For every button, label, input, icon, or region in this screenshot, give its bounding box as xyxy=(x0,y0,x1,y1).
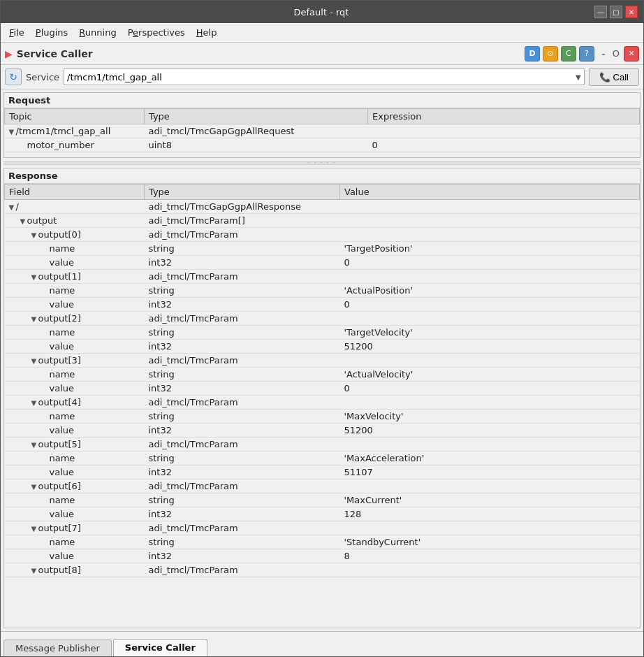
table-row[interactable]: name string 'ActualPosition' xyxy=(5,284,640,298)
o-label: O xyxy=(613,48,620,59)
close-button[interactable]: ✕ xyxy=(625,6,638,18)
phone-icon: 📞 xyxy=(599,72,610,82)
help-icon-btn[interactable]: ? xyxy=(579,46,594,62)
minimize-button[interactable]: — xyxy=(594,6,607,18)
table-row[interactable]: value int32 51200 xyxy=(5,424,640,438)
resp-field-cell: value xyxy=(5,340,145,354)
maximize-button[interactable]: □ xyxy=(610,6,622,18)
refresh-button[interactable]: ↻ xyxy=(5,68,22,85)
table-row[interactable]: name string 'MaxCurrent' xyxy=(5,493,640,507)
table-row[interactable]: ▼output adi_tmcl/TmcParam[] xyxy=(5,214,640,228)
table-row[interactable]: ▼output[2] adi_tmcl/TmcParam xyxy=(5,312,640,326)
separator-dash: - xyxy=(597,48,610,59)
resp-field-cell: name xyxy=(5,368,145,382)
resp-field-cell: ▼output[3] xyxy=(5,354,145,368)
resp-field-cell: ▼output[2] xyxy=(5,312,145,326)
resp-type-cell: string xyxy=(145,410,340,424)
resp-type-cell: string xyxy=(145,368,340,382)
resp-value-cell xyxy=(340,228,640,242)
resp-type-cell: adi_tmcl/TmcParam xyxy=(145,354,340,368)
resp-value-cell: 'MaxCurrent' xyxy=(340,493,640,507)
table-row[interactable]: name string 'TargetVelocity' xyxy=(5,326,640,340)
response-table-wrap[interactable]: Field Type Value ▼/ adi_tmcl/TmcGapGgpAl… xyxy=(4,184,640,628)
table-row[interactable]: value int32 0 xyxy=(5,298,640,312)
resp-type-cell: adi_tmcl/TmcParam xyxy=(145,270,340,284)
table-row[interactable]: ▼output[0] adi_tmcl/TmcParam xyxy=(5,228,640,242)
titlebar: Default - rqt — □ ✕ xyxy=(1,1,643,23)
d-icon-btn[interactable]: D xyxy=(525,46,540,62)
req-col-type: Type xyxy=(145,109,368,124)
table-row[interactable]: name string 'ActualVelocity' xyxy=(5,368,640,382)
resp-type-cell: adi_tmcl/TmcGapGgpAllResponse xyxy=(145,200,340,214)
service-combobox[interactable]: /tmcm1/tmcl_gap_all ▼ xyxy=(64,68,585,85)
table-row[interactable]: ▼output[5] adi_tmcl/TmcParam xyxy=(5,438,640,452)
table-row[interactable]: ▼output[7] adi_tmcl/TmcParam xyxy=(5,521,640,535)
main-window: Default - rqt — □ ✕ File Plugins Running… xyxy=(0,0,644,657)
menubar: File Plugins Running Perspectives Help xyxy=(1,23,643,43)
resp-field-cell: ▼output[5] xyxy=(5,438,145,452)
resp-type-cell: adi_tmcl/TmcParam xyxy=(145,396,340,410)
resp-value-cell xyxy=(340,396,640,410)
req-expr-cell[interactable]: 0 xyxy=(368,138,640,152)
resp-type-cell: adi_tmcl/TmcParam[] xyxy=(145,214,340,228)
menu-help[interactable]: Help xyxy=(191,25,223,40)
drag-handle[interactable]: · · · · · xyxy=(3,161,641,165)
resp-value-cell: 51200 xyxy=(340,424,640,438)
resp-value-cell: 'TargetVelocity' xyxy=(340,326,640,340)
record-icon-btn[interactable]: ⊙ xyxy=(543,46,558,62)
table-row[interactable]: name string 'MaxAcceleration' xyxy=(5,452,640,465)
plugin-header: ▶ Service Caller D ⊙ C ? - O ✕ xyxy=(1,43,643,65)
resp-value-cell: 128 xyxy=(340,507,640,521)
table-row[interactable]: ▼/tmcm1/tmcl_gap_all adi_tmcl/TmcGapGgpA… xyxy=(5,124,640,138)
menu-plugins[interactable]: Plugins xyxy=(30,25,74,40)
table-row[interactable]: ▼output[1] adi_tmcl/TmcParam xyxy=(5,270,640,284)
req-expr-cell[interactable] xyxy=(368,124,640,138)
table-row[interactable]: value int32 51200 xyxy=(5,340,640,354)
resp-value-cell xyxy=(340,270,640,284)
resp-type-cell: adi_tmcl/TmcParam xyxy=(145,521,340,535)
resp-type-cell: adi_tmcl/TmcParam xyxy=(145,228,340,242)
call-button[interactable]: 📞 Call xyxy=(589,68,639,86)
table-row[interactable]: name string 'MaxVelocity' xyxy=(5,410,640,424)
request-table-wrap: Topic Type Expression ▼/tmcm1/tmcl_gap_a… xyxy=(4,108,640,157)
resp-type-cell: string xyxy=(145,242,340,256)
resp-field-cell: ▼output[8] xyxy=(5,563,145,577)
resp-field-cell: value xyxy=(5,256,145,270)
table-row[interactable]: ▼output[4] adi_tmcl/TmcParam xyxy=(5,396,640,410)
resp-field-cell: ▼output[1] xyxy=(5,270,145,284)
table-row[interactable]: value int32 0 xyxy=(5,256,640,270)
resp-value-cell: 'TargetPosition' xyxy=(340,242,640,256)
resp-field-cell: ▼output xyxy=(5,214,145,228)
table-row[interactable]: ▼output[3] adi_tmcl/TmcParam xyxy=(5,354,640,368)
table-row[interactable]: value int32 51107 xyxy=(5,465,640,479)
resp-field-cell: value xyxy=(5,382,145,396)
resp-value-cell: 0 xyxy=(340,256,640,270)
response-label: Response xyxy=(4,168,640,184)
plugin-close-btn[interactable]: ✕ xyxy=(624,46,639,62)
table-row[interactable]: value int32 8 xyxy=(5,549,640,563)
table-row[interactable]: name string 'StandbyCurrent' xyxy=(5,535,640,549)
req-type-cell: adi_tmcl/TmcGapGgpAllRequest xyxy=(145,124,368,138)
menu-perspectives[interactable]: Perspectives xyxy=(122,25,191,40)
table-row[interactable]: value int32 0 xyxy=(5,382,640,396)
menu-file[interactable]: File xyxy=(3,25,30,40)
tab-message-publisher[interactable]: Message Publisher xyxy=(3,640,112,656)
table-row[interactable]: value int32 128 xyxy=(5,507,640,521)
table-row[interactable]: ▼output[8] adi_tmcl/TmcParam xyxy=(5,563,640,577)
resp-value-cell: 'ActualPosition' xyxy=(340,284,640,298)
table-row[interactable]: ▼output[6] adi_tmcl/TmcParam xyxy=(5,479,640,493)
table-row[interactable]: ▼/ adi_tmcl/TmcGapGgpAllResponse xyxy=(5,200,640,214)
resp-value-cell: 51200 xyxy=(340,340,640,354)
table-row[interactable]: name string 'TargetPosition' xyxy=(5,242,640,256)
resp-col-type: Type xyxy=(145,185,340,200)
menu-running[interactable]: Running xyxy=(73,25,122,40)
req-field-cell: ▼/tmcm1/tmcl_gap_all xyxy=(5,124,145,138)
table-row[interactable]: motor_number uint8 0 xyxy=(5,138,640,152)
resp-type-cell: int32 xyxy=(145,256,340,270)
tab-service-caller[interactable]: Service Caller xyxy=(113,639,207,656)
req-col-expression: Expression xyxy=(368,109,640,124)
resp-value-cell: 'MaxAcceleration' xyxy=(340,452,640,465)
resp-value-cell: 'MaxVelocity' xyxy=(340,410,640,424)
c-icon-btn[interactable]: C xyxy=(561,46,576,62)
resp-type-cell: int32 xyxy=(145,298,340,312)
